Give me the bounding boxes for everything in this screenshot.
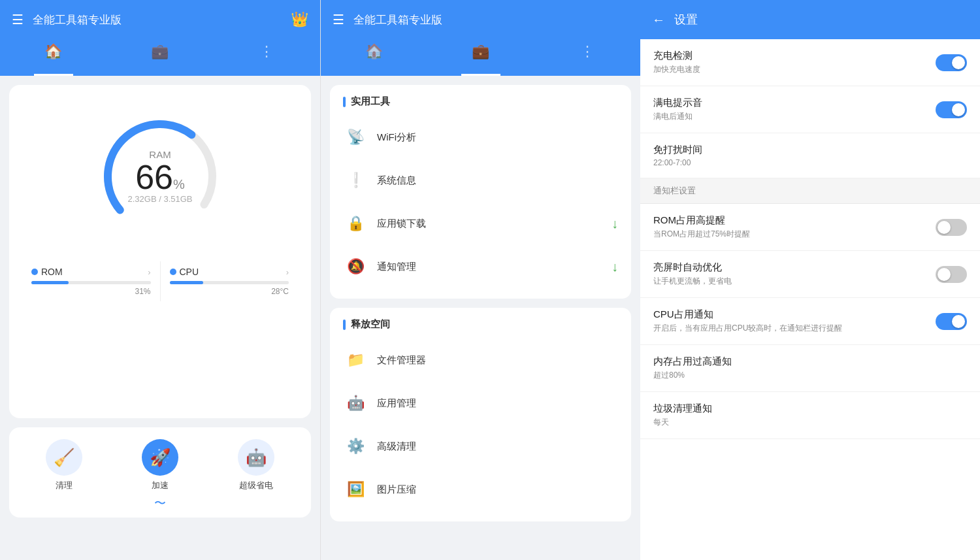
appmanager-icon: 🤖 <box>343 391 368 416</box>
panel2: ☰ 全能工具箱专业版 🏠 💼 ⋮ 实用工具 📡 WiFi分析 ❕ 系统信息 <box>320 0 640 560</box>
cpu-notify-toggle[interactable] <box>936 313 967 330</box>
menu-wifi[interactable]: 📡 WiFi分析 <box>333 116 629 159</box>
rom-value: 31% <box>31 287 151 296</box>
appmanager-text: 应用管理 <box>377 397 618 410</box>
more-icon: ⋮ <box>259 43 274 60</box>
cpu-label: CPU <box>180 267 199 277</box>
ram-percent: 66% <box>127 160 192 194</box>
panel3-topbar: ← 设置 <box>640 0 980 39</box>
panel2-menu-icon[interactable]: ☰ <box>333 12 344 27</box>
panel2-title: 全能工具箱专业版 <box>353 12 629 27</box>
cpu-notify-label: CPU占用通知 <box>653 308 936 321</box>
setting-trash-notify: 垃圾清理通知 每天 <box>640 392 980 439</box>
powersave-icon-circle: 🤖 <box>238 439 274 476</box>
panel2-content: 实用工具 📡 WiFi分析 ❕ 系统信息 🔒 应用锁下载 ↓ 🔕 通知管理 ↓ <box>321 76 640 560</box>
screen-optimize-label: 亮屏时自动优化 <box>653 261 936 274</box>
tools-icon: 💼 <box>151 43 169 60</box>
title-bar-icon <box>343 97 346 107</box>
panel1-tab-home[interactable]: 🏠 <box>34 43 73 76</box>
rom-bar-fill <box>31 281 69 284</box>
rom-arrow-icon: › <box>148 267 150 277</box>
dnd-time-text: 免打扰时间 22:00-7:00 <box>653 144 967 167</box>
setting-full-sound: 满电提示音 满电后通知 <box>640 86 980 133</box>
menu-notify[interactable]: 🔕 通知管理 ↓ <box>333 245 629 288</box>
panel2-tab-home[interactable]: 🏠 <box>355 43 394 76</box>
charge-detect-label: 充电检测 <box>653 50 936 62</box>
applock-badge: ↓ <box>612 216 618 231</box>
screen-optimize-desc: 让手机更流畅，更省电 <box>653 276 936 287</box>
rom-alert-desc: 当ROM占用超过75%时提醒 <box>653 229 936 240</box>
setting-charge-detect: 充电检测 加快充电速度 <box>640 39 980 86</box>
bottom-actions: 🧹 清理 🚀 加速 〜 🤖 超级省电 <box>9 427 311 518</box>
powersave-label: 超级省电 <box>239 480 273 491</box>
panel3-title: 设置 <box>674 12 698 27</box>
trash-notify-desc: 每天 <box>653 417 967 428</box>
section-free-space: 释放空间 📁 文件管理器 🤖 应用管理 ⚙️ 高级清理 🖼️ 图片压缩 <box>330 308 631 521</box>
panel1-topbar: ☰ 全能工具箱专业版 👑 <box>0 0 320 39</box>
panel2-tab-more[interactable]: ⋮ <box>568 43 607 76</box>
full-sound-label: 满电提示音 <box>653 97 936 109</box>
notify-text: 通知管理 <box>377 261 602 273</box>
panel1-menu-icon[interactable]: ☰ <box>12 12 24 27</box>
filemanager-text: 文件管理器 <box>377 354 618 367</box>
section-useful-title: 实用工具 <box>333 95 629 108</box>
filemanager-icon: 📁 <box>343 348 368 372</box>
cpu-bar-fill <box>170 281 203 284</box>
cpu-notify-text: CPU占用通知 开启后，当有应用占用CPU较高时，在通知栏进行提醒 <box>653 308 936 334</box>
full-sound-toggle[interactable] <box>936 101 967 118</box>
imgcompress-text: 图片压缩 <box>377 484 618 496</box>
notification-divider: 通知栏设置 <box>640 178 980 204</box>
section-useful-tools: 实用工具 📡 WiFi分析 ❕ 系统信息 🔒 应用锁下载 ↓ 🔕 通知管理 ↓ <box>330 85 631 299</box>
cpu-arrow-icon: › <box>286 267 289 277</box>
panel1-tab-more[interactable]: ⋮ <box>247 43 286 76</box>
menu-sysinfo[interactable]: ❕ 系统信息 <box>333 159 629 202</box>
full-sound-text: 满电提示音 满电后通知 <box>653 97 936 122</box>
panel2-tabbar: 🏠 💼 ⋮ <box>321 39 640 76</box>
ram-center-text: RAM 66% 2.32GB / 3.51GB <box>127 149 192 204</box>
chevron-down-icon: 〜 <box>154 495 166 511</box>
p2-more-icon: ⋮ <box>580 43 595 60</box>
p2-home-icon: 🏠 <box>365 43 383 60</box>
setting-screen-optimize: 亮屏时自动优化 让手机更流畅，更省电 <box>640 251 980 298</box>
menu-advclean[interactable]: ⚙️ 高级清理 <box>333 425 629 468</box>
cpu-notify-desc: 开启后，当有应用占用CPU较高时，在通知栏进行提醒 <box>653 323 936 334</box>
rom-alert-toggle[interactable] <box>936 219 967 236</box>
cpu-dot-icon <box>170 269 176 275</box>
screen-optimize-toggle[interactable] <box>936 266 967 283</box>
menu-imgcompress[interactable]: 🖼️ 图片压缩 <box>333 468 629 511</box>
clean-label: 清理 <box>56 480 73 491</box>
rom-dot-icon <box>31 269 38 275</box>
rom-alert-label: ROM占用高提醒 <box>653 214 936 227</box>
clean-icon-circle: 🧹 <box>46 439 82 476</box>
trash-notify-label: 垃圾清理通知 <box>653 403 967 415</box>
imgcompress-icon: 🖼️ <box>343 477 368 502</box>
stat-rom[interactable]: ROM › 31% <box>22 261 160 301</box>
back-icon[interactable]: ← <box>652 12 665 27</box>
panel1-title: 全能工具箱专业版 <box>33 12 291 27</box>
action-powersave[interactable]: 🤖 超级省电 <box>238 439 274 491</box>
stats-row: ROM › 31% CPU › <box>22 261 298 301</box>
mem-alert-text: 内存占用过高通知 超过80% <box>653 355 967 381</box>
powersave-icon: 🤖 <box>246 448 267 468</box>
screen-optimize-text: 亮屏时自动优化 让手机更流畅，更省电 <box>653 261 936 287</box>
full-sound-desc: 满电后通知 <box>653 111 936 122</box>
stat-cpu[interactable]: CPU › 28°C <box>160 261 299 301</box>
menu-appmanager[interactable]: 🤖 应用管理 <box>333 382 629 425</box>
trash-notify-text: 垃圾清理通知 每天 <box>653 403 967 428</box>
charge-detect-toggle[interactable] <box>936 54 967 71</box>
action-clean[interactable]: 🧹 清理 <box>46 439 82 491</box>
panel1-main-card: RAM 66% 2.32GB / 3.51GB ROM › <box>9 85 311 418</box>
rom-alert-text: ROM占用高提醒 当ROM占用超过75%时提醒 <box>653 214 936 240</box>
action-boost[interactable]: 🚀 加速 〜 <box>142 439 178 511</box>
panel2-tab-tools[interactable]: 💼 <box>461 43 500 76</box>
menu-applock[interactable]: 🔒 应用锁下载 ↓ <box>333 202 629 245</box>
settings-list: 充电检测 加快充电速度 满电提示音 满电后通知 免打扰时间 22:00-7:00 <box>640 39 980 560</box>
setting-rom-alert: ROM占用高提醒 当ROM占用超过75%时提醒 <box>640 204 980 251</box>
panel1-tab-tools[interactable]: 💼 <box>140 43 180 76</box>
home-icon: 🏠 <box>44 43 62 60</box>
cpu-value: 28°C <box>170 287 289 296</box>
boost-label: 加速 <box>152 480 169 491</box>
dnd-time-desc: 22:00-7:00 <box>653 158 967 167</box>
section-freespace-title: 释放空间 <box>333 318 629 331</box>
menu-filemanager[interactable]: 📁 文件管理器 <box>333 338 629 382</box>
